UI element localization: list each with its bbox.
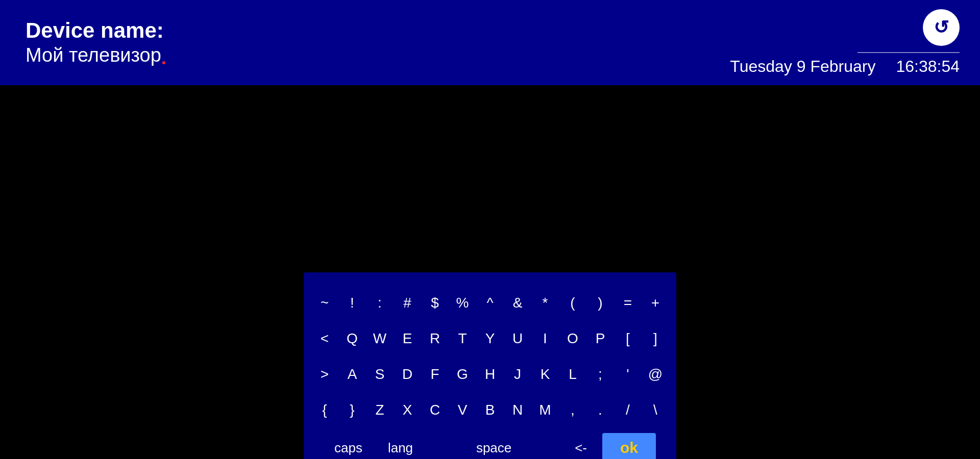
- key-sym-3-0[interactable]: {: [311, 395, 338, 425]
- key-Y-1-6[interactable]: Y: [476, 323, 504, 354]
- date-display: Tuesday 9 February: [730, 57, 875, 76]
- key-Z-3-2[interactable]: Z: [366, 395, 394, 425]
- key-sym-0-8[interactable]: *: [531, 288, 559, 318]
- on-screen-keyboard: ~!:#$%^&*()=+ <QWERTYUIOP[] >ASDFGHJKL;'…: [304, 272, 676, 459]
- key-S-2-2[interactable]: S: [366, 359, 394, 390]
- key-sym-0-5[interactable]: %: [449, 288, 476, 318]
- datetime: Tuesday 9 February 16:38:54: [730, 57, 960, 76]
- key-L-2-9[interactable]: L: [559, 359, 586, 390]
- key-E-1-3[interactable]: E: [394, 323, 421, 354]
- key-sym-3-11[interactable]: /: [614, 395, 642, 425]
- key-G-2-5[interactable]: G: [449, 359, 476, 390]
- key-sym-2-11[interactable]: ': [614, 359, 642, 390]
- key-sym-0-1[interactable]: !: [338, 288, 366, 318]
- key-H-2-6[interactable]: H: [476, 359, 504, 390]
- key-sym-0-0[interactable]: ~: [311, 288, 338, 318]
- time-display: 16:38:54: [896, 57, 960, 76]
- key-J-2-7[interactable]: J: [504, 359, 531, 390]
- key-W-1-2[interactable]: W: [366, 323, 394, 354]
- key-sym-3-9[interactable]: ,: [559, 395, 586, 425]
- back-button[interactable]: ↺: [923, 9, 960, 46]
- device-name-text: Мой телевизор: [26, 44, 161, 66]
- ok-button[interactable]: ok: [602, 433, 656, 459]
- key-sym-0-3[interactable]: #: [394, 288, 421, 318]
- key-F-2-4[interactable]: F: [421, 359, 449, 390]
- key-sym-1-0[interactable]: <: [311, 323, 338, 354]
- key-sym-3-12[interactable]: \: [642, 395, 669, 425]
- key-P-1-10[interactable]: P: [586, 323, 614, 354]
- key-O-1-9[interactable]: O: [559, 323, 586, 354]
- keyboard-row-zxcv: {}ZXCVBNM,./\: [324, 395, 656, 425]
- cursor-indicator: [162, 61, 165, 64]
- header-left: Device name: Мой телевизор: [26, 19, 165, 66]
- key-sym-0-12[interactable]: +: [642, 288, 669, 318]
- key-B-3-6[interactable]: B: [476, 395, 504, 425]
- key-sym-2-10[interactable]: ;: [586, 359, 614, 390]
- key-X-3-3[interactable]: X: [394, 395, 421, 425]
- key-sym-1-12[interactable]: ]: [642, 323, 669, 354]
- backspace-key[interactable]: <-: [565, 434, 597, 460]
- key-sym-0-4[interactable]: $: [421, 288, 449, 318]
- key-sym-2-0[interactable]: >: [311, 359, 338, 390]
- caps-key[interactable]: caps: [324, 434, 373, 460]
- key-T-1-5[interactable]: T: [449, 323, 476, 354]
- key-sym-0-10[interactable]: ): [586, 288, 614, 318]
- key-sym-2-12[interactable]: @: [642, 359, 669, 390]
- key-sym-0-6[interactable]: ^: [476, 288, 504, 318]
- key-sym-0-7[interactable]: &: [504, 288, 531, 318]
- keyboard-bottom-row: caps lang space <- ok: [324, 433, 656, 459]
- device-name-value: Мой телевизор: [26, 44, 165, 66]
- key-A-2-1[interactable]: A: [338, 359, 366, 390]
- key-V-3-5[interactable]: V: [449, 395, 476, 425]
- key-Q-1-1[interactable]: Q: [338, 323, 366, 354]
- device-name-label: Device name:: [26, 19, 165, 42]
- keyboard-row-symbols: ~!:#$%^&*()=+: [324, 288, 656, 318]
- keyboard-row-qwerty: <QWERTYUIOP[]: [324, 323, 656, 354]
- key-I-1-8[interactable]: I: [531, 323, 559, 354]
- key-R-1-4[interactable]: R: [421, 323, 449, 354]
- key-M-3-8[interactable]: M: [531, 395, 559, 425]
- key-sym-3-10[interactable]: .: [586, 395, 614, 425]
- key-K-2-8[interactable]: K: [531, 359, 559, 390]
- main-area: ~!:#$%^&*()=+ <QWERTYUIOP[] >ASDFGHJKL;'…: [0, 85, 980, 459]
- key-sym-1-11[interactable]: [: [614, 323, 642, 354]
- space-key[interactable]: space: [428, 434, 559, 460]
- key-sym-0-11[interactable]: =: [614, 288, 642, 318]
- key-N-3-7[interactable]: N: [504, 395, 531, 425]
- key-D-2-3[interactable]: D: [394, 359, 421, 390]
- header: Device name: Мой телевизор ↺ Tuesday 9 F…: [0, 0, 980, 85]
- header-right: ↺ Tuesday 9 February 16:38:54: [730, 9, 960, 76]
- lang-key[interactable]: lang: [378, 434, 423, 460]
- key-U-1-7[interactable]: U: [504, 323, 531, 354]
- key-sym-3-1[interactable]: }: [338, 395, 366, 425]
- header-separator: [857, 52, 960, 53]
- key-sym-0-9[interactable]: (: [559, 288, 586, 318]
- key-C-3-4[interactable]: C: [421, 395, 449, 425]
- key-sym-0-2[interactable]: :: [366, 288, 394, 318]
- keyboard-row-asdf: >ASDFGHJKL;'@: [324, 359, 656, 390]
